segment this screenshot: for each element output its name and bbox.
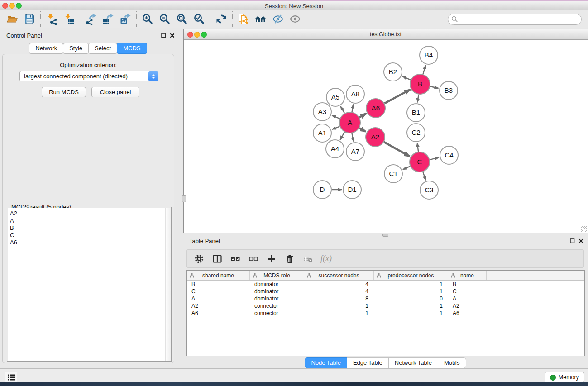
main-titlebar[interactable]: Session: New Session <box>0 1 588 10</box>
graph-edge[interactable] <box>423 65 426 74</box>
show-columns-button[interactable] <box>212 253 223 264</box>
graph-edge[interactable] <box>340 132 344 140</box>
save-session-button[interactable] <box>21 12 38 26</box>
tab-mcds[interactable]: MCDS <box>117 43 147 54</box>
control-panel-float-icon[interactable] <box>161 33 166 38</box>
result-item[interactable]: B <box>10 224 166 232</box>
result-item[interactable]: A6 <box>10 239 166 246</box>
zoom-selected-button[interactable] <box>191 12 208 26</box>
table-cell[interactable]: 1 <box>304 310 374 316</box>
graph-edge[interactable] <box>384 142 410 157</box>
network-window-titlebar[interactable]: testGlobe.txt <box>184 29 588 40</box>
table-cell[interactable]: 1 <box>374 310 448 316</box>
refresh-button[interactable] <box>213 12 230 26</box>
tab-motifs[interactable]: Motifs <box>438 357 466 368</box>
vertical-split-handle[interactable] <box>182 195 186 202</box>
table-settings-button[interactable] <box>194 253 205 264</box>
graph-edge[interactable] <box>430 157 439 160</box>
create-column-button[interactable] <box>266 253 277 264</box>
table-cell[interactable]: B <box>448 281 487 287</box>
table-cell[interactable]: connector <box>250 310 304 316</box>
resize-grip-icon[interactable] <box>581 226 587 232</box>
table-body[interactable]: Bdominator41BCdominator41CAdominator80AA… <box>187 281 584 317</box>
network-graph[interactable]: AA1A2A3A4A5A6A7A8BB1B2B3B4CC1C2C3C4DD1 <box>184 40 588 233</box>
table-row[interactable]: Bdominator41B <box>187 281 584 288</box>
column-header-predecessor-nodes[interactable]: predecessor nodes <box>374 271 448 280</box>
task-history-button[interactable] <box>5 372 17 383</box>
new-network-from-selection-button[interactable] <box>235 12 252 26</box>
table-cell[interactable]: connector <box>250 303 304 309</box>
network-canvas[interactable]: AA1A2A3A4A5A6A7A8BB1B2B3B4CC1C2C3C4DD1 <box>184 40 588 233</box>
column-header-name[interactable]: name <box>448 271 487 280</box>
graph-edge[interactable] <box>430 86 438 88</box>
export-network-button[interactable] <box>82 12 100 26</box>
delete-table-button[interactable] <box>302 253 313 264</box>
table-cell[interactable]: C <box>187 288 250 295</box>
graph-edge[interactable] <box>403 166 410 169</box>
close-panel-button[interactable]: Close panel <box>91 87 139 97</box>
table-cell[interactable]: 0 <box>374 295 448 302</box>
column-header-successor-nodes[interactable]: successor nodes <box>304 271 374 280</box>
table-cell[interactable]: A6 <box>187 310 250 316</box>
table-cell[interactable]: dominator <box>250 295 304 302</box>
hide-show-button[interactable] <box>269 12 287 26</box>
graph-edge[interactable] <box>417 95 418 102</box>
graph-edge[interactable] <box>352 133 353 142</box>
table-cell[interactable]: A2 <box>448 303 487 309</box>
graph-edge[interactable] <box>332 115 339 119</box>
table-row[interactable]: Adominator80A <box>187 295 584 302</box>
table-cell[interactable]: A <box>187 295 250 302</box>
table-cell[interactable]: 4 <box>304 281 374 287</box>
import-table-button[interactable] <box>60 12 77 26</box>
result-scrollbar[interactable] <box>165 208 171 361</box>
table-row[interactable]: A2connector11A2 <box>187 302 584 310</box>
run-mcds-button[interactable]: Run MCDS <box>42 87 86 97</box>
graph-edge[interactable] <box>340 106 344 113</box>
graph-edge[interactable] <box>359 128 366 132</box>
result-item[interactable]: C <box>10 232 166 239</box>
graph-edge[interactable] <box>402 76 411 80</box>
table-cell[interactable]: A6 <box>448 310 487 316</box>
control-panel-close-icon[interactable] <box>170 33 175 38</box>
graph-edge[interactable] <box>352 105 353 112</box>
graph-edge[interactable] <box>332 126 340 129</box>
graph-edge[interactable] <box>384 90 410 104</box>
table-panel-float-icon[interactable] <box>570 238 575 243</box>
export-image-button[interactable] <box>117 12 134 26</box>
zoom-fit-button[interactable] <box>173 12 191 26</box>
column-header-MCDS-role[interactable]: MCDS role <box>250 271 304 280</box>
table-row[interactable]: Cdominator41C <box>187 288 584 295</box>
tab-style[interactable]: Style <box>63 43 89 54</box>
table-panel-close-icon[interactable] <box>578 238 583 243</box>
open-session-button[interactable] <box>4 12 21 26</box>
table-cell[interactable]: A2 <box>187 303 250 309</box>
delete-column-button[interactable] <box>284 253 295 264</box>
select-all-columns-button[interactable] <box>230 253 241 264</box>
tab-edge-table[interactable]: Edge Table <box>347 357 389 368</box>
table-cell[interactable]: B <box>187 281 250 287</box>
table-cell[interactable]: C <box>448 288 487 295</box>
zoom-out-button[interactable] <box>156 12 173 26</box>
node-table[interactable]: shared nameMCDS rolesuccessor nodesprede… <box>186 270 585 356</box>
table-cell[interactable]: 8 <box>304 295 374 302</box>
import-network-button[interactable] <box>43 12 60 26</box>
table-cell[interactable]: dominator <box>250 288 304 295</box>
table-cell[interactable]: A <box>448 295 487 302</box>
table-cell[interactable]: 4 <box>304 288 374 295</box>
network-view-window[interactable]: testGlobe.txt AA1A2A3A4A5A6A7A8BB1B2B3B4… <box>183 29 588 233</box>
horizontal-split-handle[interactable] <box>382 234 388 237</box>
table-cell[interactable]: 1 <box>374 288 448 295</box>
tab-network[interactable]: Network <box>29 43 63 54</box>
column-header-shared-name[interactable]: shared name <box>187 271 250 280</box>
tab-select[interactable]: Select <box>88 43 117 54</box>
show-graphics-button[interactable] <box>287 12 304 26</box>
table-cell[interactable]: 1 <box>304 303 374 309</box>
criterion-select[interactable]: largest connected component (directed) <box>19 71 158 81</box>
zoom-in-button[interactable] <box>139 12 156 26</box>
table-cell[interactable]: 1 <box>374 303 448 309</box>
result-item[interactable]: A2 <box>10 210 166 217</box>
table-cell[interactable]: 1 <box>374 281 448 287</box>
select-stepper-icon[interactable] <box>148 71 158 81</box>
mcds-result-list[interactable]: A2ABCA6 <box>8 208 166 361</box>
graph-edge[interactable] <box>423 172 425 180</box>
